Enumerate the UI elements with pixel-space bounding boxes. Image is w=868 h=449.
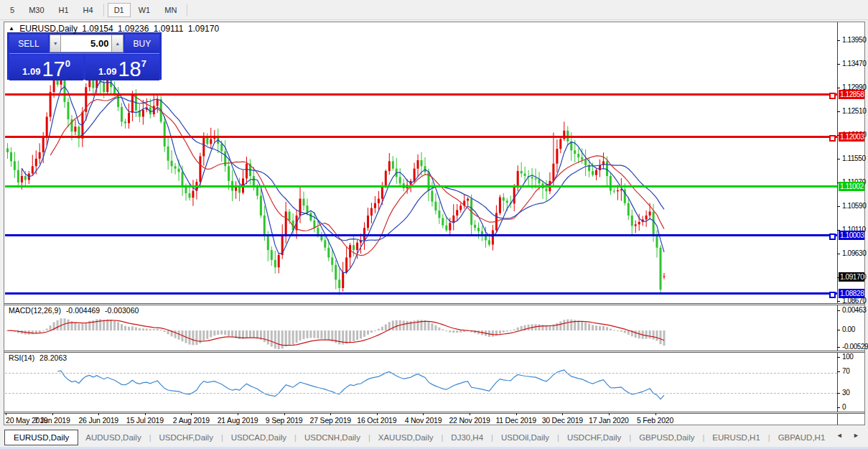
date-label: 22 Nov 2019 [447, 416, 492, 425]
macd-signal-value: -0.003060 [105, 306, 139, 315]
date-label: 15 Jul 2019 [123, 416, 167, 425]
level-line-1.10003[interactable] [5, 234, 837, 236]
tab-xauusd-daily[interactable]: XAUUSD,Daily [371, 430, 441, 445]
rsi-tick-mark [837, 371, 840, 372]
rsi-tick-label: 30 [842, 389, 849, 397]
toolbar-separator [103, 4, 104, 17]
current-price-label: 1.09170 [839, 272, 864, 282]
date-tick-mark [98, 413, 99, 415]
rsi-header: RSI(14) 28.2063 [9, 353, 70, 362]
tab-usdchf-daily[interactable]: USDCHF,Daily [152, 430, 220, 445]
rsi-tick-mark [837, 393, 840, 394]
collapse-icon[interactable]: ▲ [9, 25, 14, 32]
date-label: 21 Aug 2019 [215, 416, 260, 425]
level-marker[interactable] [829, 93, 836, 99]
date-tick-mark [516, 413, 517, 415]
volume-increase-button[interactable]: ▲ [111, 34, 123, 52]
level-line-1.12003[interactable] [5, 136, 837, 138]
date-label: 16 Oct 2019 [355, 416, 399, 425]
volume-decrease-button[interactable]: ▼ [50, 34, 61, 52]
tab-usdchf-daily[interactable]: USDCHF,Daily [560, 430, 628, 445]
date-label: 30 Dec 2019 [540, 416, 584, 425]
tab-audusd-daily[interactable]: AUDUSD,Daily [78, 430, 148, 445]
tab-separator: | [294, 433, 297, 442]
panel-splitter[interactable] [4, 412, 864, 414]
level-line-1.08828[interactable] [5, 292, 837, 295]
date-tick-mark [6, 413, 6, 415]
chart-window[interactable]: ▲ EURUSD,Daily 1.09154 1.09236 1.09111 1… [4, 22, 865, 425]
date-tick-mark [470, 413, 470, 415]
tab-gbpaud-h1[interactable]: GBPAUD,H1 [771, 430, 833, 445]
timeframe-h1[interactable]: H1 [52, 3, 75, 17]
level-marker[interactable] [829, 135, 836, 142]
macd-header: MACD(12,26,9) -0.004469 -0.003060 [9, 306, 141, 315]
buy-button[interactable]: BUY [125, 34, 159, 52]
level-marker[interactable] [829, 233, 836, 240]
date-label: 26 Jun 2019 [76, 416, 121, 425]
tab-scroll-arrows[interactable]: ◄ ► [836, 432, 864, 439]
timeframe-mn[interactable]: MN [158, 3, 183, 17]
price-tick-label: 1.11550 [842, 154, 866, 162]
rsi-value: 28.2063 [39, 353, 67, 362]
rsi-tick-mark [837, 407, 840, 408]
rsi-indicator-canvas[interactable] [5, 353, 837, 411]
volume-input[interactable] [61, 34, 111, 52]
panel-splitter[interactable] [4, 303, 864, 305]
tab-separator: | [768, 433, 770, 442]
rsi-tick-mark [837, 357, 840, 358]
macd-tick-mark [837, 330, 840, 330]
sell-price-display[interactable]: 1.09 17 0 [9, 55, 83, 80]
buy-price-display[interactable]: 1.09 18 7 [85, 55, 159, 80]
timeframe-m30[interactable]: M30 [22, 3, 50, 17]
price-tick-label: 1.13470 [842, 60, 866, 68]
tab-dj30-h4[interactable]: DJ30,H4 [444, 430, 490, 445]
tab-gbpusd-daily[interactable]: GBPUSD,Daily [632, 430, 701, 445]
level-line-1.12858[interactable] [5, 93, 837, 96]
tab-separator: | [149, 433, 151, 442]
level-marker[interactable] [829, 292, 836, 298]
date-tick-mark [191, 413, 192, 415]
date-label: 27 Sep 2019 [308, 416, 353, 425]
date-label: 17 Jan 2020 [587, 416, 631, 425]
tab-separator: | [629, 433, 631, 442]
chart-title: ▲ EURUSD,Daily 1.09154 1.09236 1.09111 1… [9, 24, 221, 34]
date-tick-mark [655, 413, 656, 415]
tab-separator: | [702, 433, 704, 442]
date-tick-mark [330, 413, 331, 415]
tab-separator: | [557, 433, 559, 442]
timeframe-5[interactable]: 5 [4, 3, 21, 17]
sell-button[interactable]: SELL [9, 34, 48, 52]
macd-tick-label: 0.00463 [842, 306, 866, 314]
timeframe-d1[interactable]: D1 [108, 3, 131, 17]
price-axis-border [837, 22, 838, 425]
price-tick-label: 1.13950 [842, 36, 866, 44]
date-label: 11 Dec 2019 [494, 416, 538, 425]
date-label: 4 Nov 2019 [401, 416, 445, 425]
rsi-tick-label: 100 [842, 353, 854, 361]
tab-eurusd-h1[interactable]: EURUSD,H1 [705, 430, 767, 445]
tab-usdcad-daily[interactable]: USDCAD,Daily [224, 430, 294, 445]
date-label: 2 Aug 2019 [169, 416, 213, 425]
level-line-1.11002[interactable] [5, 185, 837, 188]
panel-splitter[interactable] [4, 351, 864, 353]
price-tick-mark [837, 64, 840, 65]
timeframe-toolbar: 5M30H1H4D1W1MN [0, 0, 868, 20]
price-tick-mark [837, 111, 840, 112]
sell-price-base: 1.09 [22, 66, 40, 77]
buy-price-point: 7 [141, 58, 146, 69]
chart-symbol-label: EURUSD,Daily [19, 24, 78, 34]
date-tick-mark [52, 413, 53, 415]
timeframe-h4[interactable]: H4 [77, 3, 100, 17]
tab-usdcnh-daily[interactable]: USDCNH,Daily [297, 430, 368, 445]
tab-eurusd-daily[interactable]: EURUSD,Daily [4, 430, 78, 445]
date-label: 9 Sep 2019 [262, 416, 307, 425]
level-price-label: 1.12858 [839, 90, 864, 99]
level-price-label: 1.08828 [839, 289, 864, 298]
ohlc-high: 1.09236 [118, 24, 149, 34]
toolbar-separator [187, 4, 187, 17]
tab-usdoil-daily[interactable]: USDOil,Daily [494, 430, 556, 445]
rsi-tick-label: 0 [842, 403, 846, 411]
price-tick-label: 1.09630 [842, 249, 866, 257]
timeframe-w1[interactable]: W1 [132, 3, 157, 17]
tab-separator: | [368, 433, 370, 442]
